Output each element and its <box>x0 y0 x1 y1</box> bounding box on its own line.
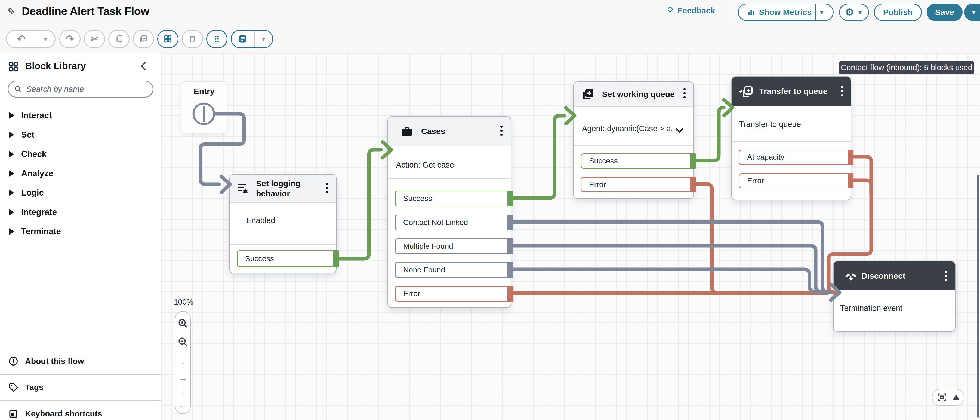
port-success[interactable]: Success <box>237 250 336 267</box>
block-menu-icon[interactable] <box>325 182 329 194</box>
transfer-to-queue-icon <box>738 86 754 97</box>
sidebar-category-check[interactable]: Check <box>0 145 161 163</box>
block-search <box>8 81 153 97</box>
feedback-button[interactable]: Feedback <box>665 6 715 15</box>
pan-down-icon[interactable]: ↓ <box>181 387 185 396</box>
settings-menu-button[interactable]: ⚙ ▼ <box>839 3 869 21</box>
undo-caret-icon: ▼ <box>43 36 48 42</box>
editor-toolbar: ↶ ▼ ↷ ✂ ▼ <box>0 26 980 53</box>
drag-dots-icon <box>212 34 221 43</box>
paste-icon <box>139 34 148 43</box>
collapse-panel-icon[interactable] <box>141 62 149 70</box>
gear-icon: ⚙ <box>845 7 854 17</box>
port-at-capacity[interactable]: At capacity <box>739 150 851 165</box>
search-icon <box>14 85 22 93</box>
redo-button[interactable]: ↷ <box>59 30 81 48</box>
port-contact-not-linked[interactable]: Contact Not Linked <box>395 215 511 230</box>
publish-label: Publish <box>883 8 913 17</box>
tags-button[interactable]: Tags <box>0 375 161 400</box>
keyboard-shortcuts-button[interactable]: Keyboard shortcuts <box>0 401 161 420</box>
expand-icon <box>9 170 14 177</box>
snap-to-grid-button[interactable] <box>157 30 178 48</box>
save-menu-button[interactable]: ▼ <box>964 3 980 21</box>
block-header: Transfer to queue <box>732 77 851 106</box>
pan-left-icon[interactable]: ← <box>178 400 188 410</box>
bar-chart-icon <box>747 8 756 17</box>
expand-icon <box>9 189 14 196</box>
block-entry[interactable]: Entry <box>181 81 227 133</box>
block-parameter: Transfer to queue <box>739 120 801 129</box>
sidebar-category-analyze[interactable]: Analyze <box>0 165 161 182</box>
expand-icon <box>9 209 14 216</box>
fit-to-screen-icon[interactable] <box>937 392 947 402</box>
block-header: Disconnect <box>834 262 955 291</box>
paste-button[interactable] <box>133 30 154 48</box>
copy-button[interactable] <box>108 30 129 48</box>
pan-right-icon[interactable]: → <box>178 373 188 382</box>
zoom-in-icon[interactable] <box>177 318 189 329</box>
flow-canvas[interactable]: Contact flow (inbound): 5 blocks used En… <box>161 53 980 420</box>
flow-designer-app: ✎ Deadline Alert Task Flow Feedback Show… <box>0 0 980 420</box>
block-disconnect[interactable]: Disconnect Termination event <box>833 261 956 332</box>
trash-icon <box>188 34 197 43</box>
port-error[interactable]: Error <box>581 177 693 192</box>
block-menu-icon[interactable] <box>682 87 687 99</box>
port-success[interactable]: Success <box>581 153 693 169</box>
expand-icon <box>9 112 14 119</box>
block-menu-icon[interactable] <box>840 85 844 97</box>
block-parameter: Action: Get case <box>396 160 454 169</box>
about-this-flow-button[interactable]: About this flow <box>0 348 161 374</box>
block-cases[interactable]: Cases Action: Get case Success Contact N… <box>387 116 511 308</box>
block-parameter: Agent: dynamic(Case > a... <box>582 124 678 133</box>
block-title: Set working queue <box>602 89 675 99</box>
show-metrics-button[interactable]: Show Metrics ▼ <box>738 3 834 21</box>
port-none-found[interactable]: None Found <box>395 262 511 278</box>
sidebar-category-logic[interactable]: Logic <box>0 184 161 201</box>
save-caret-icon: ▼ <box>971 10 977 15</box>
port-success[interactable]: Success <box>395 191 511 206</box>
block-library-icon <box>8 61 19 72</box>
expand-icon <box>9 131 14 138</box>
undo-split-button: ↶ ▼ <box>6 30 56 48</box>
copy-icon <box>114 34 124 43</box>
block-search-input[interactable] <box>26 85 147 94</box>
edit-title-icon[interactable]: ✎ <box>7 6 16 18</box>
annotations-menu-button[interactable]: ▼ <box>255 30 272 47</box>
sidebar-category-interact[interactable]: Interact <box>0 107 161 124</box>
sidebar-category-terminate[interactable]: Terminate <box>0 223 161 240</box>
port-error[interactable]: Error <box>395 286 511 302</box>
show-metrics-label: Show Metrics <box>759 8 811 17</box>
canvas-view-controls <box>932 389 964 406</box>
block-transfer-to-queue[interactable]: Transfer to queue Transfer to queue At c… <box>731 76 851 200</box>
block-library-title: Block Library <box>25 61 86 71</box>
collapse-controls-icon[interactable] <box>953 394 959 400</box>
annotations-caret-icon: ▼ <box>261 36 266 42</box>
keyboard-icon <box>8 409 19 419</box>
cut-button[interactable]: ✂ <box>84 30 105 48</box>
block-header: Cases <box>388 117 511 146</box>
undo-menu-button[interactable]: ▼ <box>36 30 55 47</box>
block-set-working-queue[interactable]: Set working queue Agent: dynamic(Case > … <box>573 81 694 199</box>
pan-up-icon[interactable]: ↑ <box>181 359 185 369</box>
undo-button[interactable]: ↶ <box>7 30 36 47</box>
drag-handle-button[interactable] <box>206 30 228 48</box>
delete-button[interactable] <box>182 30 203 48</box>
block-menu-icon[interactable] <box>943 270 948 282</box>
save-button[interactable]: Save <box>927 3 963 21</box>
port-error[interactable]: Error <box>739 173 851 188</box>
block-set-logging-behavior[interactable]: Set logging behavior Enabled Success <box>229 174 337 273</box>
zoom-out-icon[interactable] <box>177 336 189 348</box>
canvas-scrollbar[interactable] <box>977 175 980 418</box>
header-actions: Feedback Show Metrics ▼ ⚙ ▼ Publish Save… <box>653 0 980 24</box>
show-metrics-caret-icon[interactable]: ▼ <box>819 10 825 15</box>
annotations-button[interactable] <box>232 30 254 47</box>
block-menu-icon[interactable] <box>499 125 504 137</box>
publish-button[interactable]: Publish <box>874 3 922 21</box>
expand-icon <box>9 151 14 158</box>
scissors-icon: ✂ <box>91 34 99 45</box>
sidebar-category-set[interactable]: Set <box>0 126 161 144</box>
sidebar-category-integrate[interactable]: Integrate <box>0 203 161 221</box>
expand-icon <box>9 228 14 235</box>
block-parameter: Enabled <box>246 216 275 225</box>
port-multiple-found[interactable]: Multiple Found <box>395 238 511 254</box>
